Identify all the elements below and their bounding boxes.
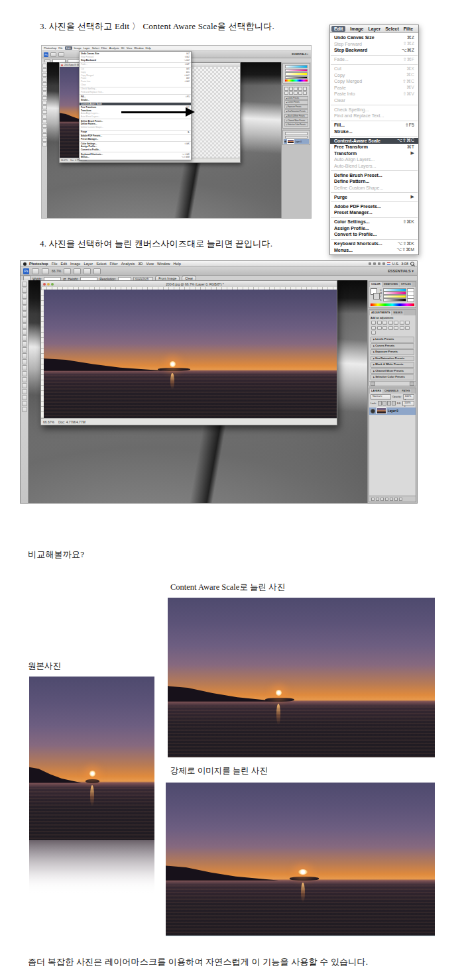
tool-hand-tool[interactable] — [22, 401, 27, 406]
background-color-swatch[interactable] — [373, 293, 380, 299]
adjustment-channel-mixer[interactable] — [382, 326, 387, 330]
menu-filter[interactable]: Filter — [109, 262, 117, 266]
menu-image[interactable]: Image — [350, 27, 363, 31]
color-ramp[interactable] — [285, 80, 308, 82]
menu-select[interactable]: Select — [385, 27, 399, 31]
preset-black-white-presets[interactable]: Black & White Presets — [284, 114, 308, 118]
sync-icon[interactable] — [369, 262, 371, 265]
return-icon[interactable] — [371, 382, 375, 386]
tool-history-brush-tool[interactable] — [22, 335, 27, 341]
preset-channel-mixer-presets[interactable]: Channel Mixer Presets — [371, 368, 414, 374]
menu-item-auto-align-layers[interactable]: Auto-Align Layers... — [330, 156, 418, 163]
menu-item-cut[interactable]: Cut⌘X — [330, 66, 418, 72]
menu-item-purge[interactable]: Purge▶ — [330, 194, 418, 201]
adjustment-icon[interactable] — [294, 87, 298, 91]
menu-item-free-transform[interactable]: Free Transform⌘T — [330, 144, 418, 150]
input-language[interactable]: U.S. — [392, 262, 400, 266]
menu-file[interactable]: File — [58, 46, 62, 50]
layer-visibility-icon[interactable] — [284, 140, 286, 142]
tool-icon[interactable] — [42, 96, 47, 100]
menu-item-color-settings[interactable]: Color Settings...⇧⌘K — [330, 219, 418, 225]
adjustment-photo-filter[interactable] — [377, 326, 382, 330]
tab-styles[interactable]: STYLES — [400, 282, 412, 287]
menubar-clock[interactable]: 3:08 — [401, 262, 408, 266]
workspace-switcher[interactable]: ESSENTIALS ▾ — [388, 269, 414, 273]
menu-window[interactable]: Window — [157, 262, 170, 266]
tool-icon[interactable] — [42, 124, 47, 128]
tool-blur-tool[interactable] — [22, 353, 27, 358]
zoom-window-icon[interactable] — [51, 283, 54, 286]
tool-pen-tool[interactable] — [22, 365, 27, 370]
menu-item-keyboard-shortcuts[interactable]: Keyboard Shortcuts...⌥⇧⌘K — [330, 241, 418, 247]
lock-row[interactable] — [285, 136, 308, 139]
menu-layer[interactable]: Layer — [84, 262, 93, 266]
menu-item-undo-canvas-size[interactable]: Undo Canvas Size⌘Z — [330, 34, 418, 41]
preset-levels-presets[interactable]: Levels Presets — [371, 337, 414, 343]
adjustment-color-balance[interactable] — [405, 321, 410, 325]
lock-lock-pixels-icon[interactable] — [382, 401, 386, 406]
tool-icon[interactable] — [42, 110, 47, 114]
close-window-icon[interactable] — [43, 283, 46, 286]
menu-item-assign-profile[interactable]: Assign Profile... — [330, 225, 418, 232]
preset-curves-presets[interactable]: Curves Presets — [371, 343, 414, 349]
adjustment-vibrance[interactable] — [394, 321, 398, 325]
menu-layer[interactable]: Layer — [84, 46, 90, 50]
view-extras-icon[interactable] — [42, 268, 49, 274]
tool-icon[interactable] — [42, 91, 47, 95]
zoom-readout[interactable]: 66.67% — [61, 159, 68, 162]
menu-item-define-custom-shape[interactable]: Define Custom Shape... — [330, 185, 418, 191]
adjustment-brightness-contrast[interactable] — [371, 321, 376, 325]
blend-mode-select[interactable]: Normal — [371, 394, 391, 400]
menu-filter[interactable]: Filter — [101, 46, 107, 50]
menu-item-menus[interactable]: Menus...⌥⇧⌘M — [330, 247, 418, 254]
tool-zoom-tool[interactable] — [22, 407, 27, 412]
menu-item-define-brush-preset[interactable]: Define Brush Preset... — [330, 172, 418, 179]
mini-menu-item-menus[interactable]: Menus...⌥⇧⌘M — [80, 156, 191, 159]
menu-view[interactable]: View — [146, 262, 154, 266]
adjustment-curves[interactable] — [382, 321, 387, 325]
spotlight-icon[interactable] — [410, 262, 414, 266]
lock-lock-transparency-icon[interactable] — [378, 401, 382, 406]
adjustment-icon[interactable] — [294, 91, 298, 95]
adjustment-icon[interactable] — [303, 91, 307, 95]
adjustment-hue-saturation[interactable] — [400, 321, 404, 325]
minimize-window-icon[interactable] — [47, 283, 50, 286]
black-slider[interactable] — [383, 298, 406, 301]
tool-icon[interactable] — [42, 105, 47, 109]
tool-icon[interactable] — [42, 142, 47, 146]
menu-image[interactable]: Image — [74, 46, 82, 50]
wifi-icon[interactable] — [378, 262, 380, 265]
preset-selective-color-presets[interactable]: Selective Color Presets — [284, 123, 308, 127]
adjustment-black-white[interactable] — [371, 326, 376, 330]
menu-item-fade[interactable]: Fade...⇧⌘F — [330, 56, 418, 63]
lock-lock-position-icon[interactable] — [387, 401, 391, 406]
adjustment-icon[interactable] — [298, 91, 302, 95]
tool-clone-stamp-tool[interactable] — [22, 329, 27, 335]
menu-photoshop[interactable]: Photoshop — [44, 46, 56, 50]
adjustment-selective-color[interactable] — [371, 331, 376, 335]
layer-row[interactable]: Layer 0 — [284, 139, 309, 144]
tool-rectangle-tool[interactable] — [22, 383, 27, 388]
menu-item-define-pattern[interactable]: Define Pattern... — [330, 178, 418, 185]
adjustment-icon[interactable] — [284, 91, 288, 95]
fill-value[interactable]: 100% — [402, 401, 414, 406]
tool-icon[interactable] — [42, 82, 47, 86]
tool-brush-tool[interactable] — [22, 323, 27, 329]
tab-masks[interactable]: MASKS — [392, 311, 404, 315]
volume-icon[interactable] — [382, 262, 385, 265]
bluetooth-icon[interactable] — [373, 262, 376, 265]
zoom-level-icon[interactable] — [58, 52, 64, 57]
adjustment-exposure[interactable] — [388, 321, 393, 325]
zoom-readout[interactable]: 66.67% — [43, 420, 54, 424]
lb-icon-layer-group-icon[interactable] — [390, 498, 393, 501]
screen-mode-icon[interactable] — [93, 268, 101, 274]
menu-filte[interactable]: Filte — [404, 27, 413, 31]
lb-icon-layer-mask-icon[interactable] — [380, 498, 384, 501]
tool-icon[interactable] — [42, 87, 47, 91]
tool-type-tool[interactable] — [22, 371, 27, 376]
adjustment-gradient-map[interactable] — [405, 326, 410, 330]
tool-icon[interactable] — [42, 119, 47, 123]
menu-analysis[interactable]: Analysis — [109, 46, 119, 50]
foreground-background-swatches[interactable] — [371, 288, 378, 300]
menu-item-step-backward[interactable]: Step Backward⌥⌘Z — [330, 47, 418, 54]
